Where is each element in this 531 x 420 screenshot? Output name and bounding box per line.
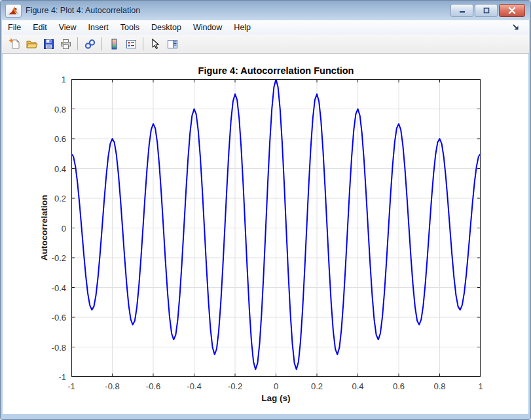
- link-plot-button[interactable]: [81, 36, 98, 52]
- print-figure-icon: [60, 38, 72, 50]
- x-tick-label: 0: [274, 381, 278, 391]
- matlab-icon[interactable]: [5, 4, 22, 18]
- plot-axes[interactable]: [71, 79, 481, 377]
- menu-item-window[interactable]: Window: [187, 21, 228, 35]
- toolbar-separator: [101, 37, 102, 50]
- x-tick-label: 0.2: [311, 381, 323, 391]
- menubar: FileEditViewInsertToolsDesktopWindowHelp: [2, 20, 529, 35]
- figure-canvas: Figure 4: Autocorrelation Function Autoc…: [3, 54, 528, 414]
- plot-title: Figure 4: Autocorrelation Function: [71, 65, 481, 76]
- y-tick-label: 0: [62, 223, 66, 233]
- x-tick-label: 0.8: [433, 381, 445, 391]
- open-file-button[interactable]: [23, 36, 40, 52]
- x-tick-label: 1: [478, 381, 483, 391]
- y-tick-label: -0.2: [52, 253, 66, 263]
- y-tick-label: 1: [62, 75, 66, 84]
- insert-legend-button[interactable]: [122, 36, 139, 52]
- x-axis-label: Lag (s): [71, 393, 481, 403]
- property-editor-icon: [166, 38, 179, 50]
- link-plot-icon: [84, 38, 96, 50]
- open-file-icon: [26, 38, 38, 50]
- x-tick-label: 0.4: [352, 381, 363, 391]
- y-tick-label: -0.8: [52, 342, 66, 352]
- toolbar-separator: [143, 37, 143, 50]
- x-tick-labels: -1-0.8-0.6-0.4-0.200.20.40.60.81: [71, 381, 481, 392]
- y-tick-label: -1: [58, 372, 66, 382]
- x-tick-label: 0.6: [393, 381, 405, 391]
- save-figure-icon: [43, 38, 55, 50]
- y-tick-label: 0.4: [54, 164, 66, 173]
- property-editor-button[interactable]: [164, 36, 181, 52]
- y-tick-label: -0.6: [52, 313, 66, 323]
- figure-window: Figure 4: Plot 4: Autocorrelation FileEd…: [0, 0, 531, 420]
- y-tick-label: 0.8: [54, 104, 66, 114]
- x-tick-label: -1: [67, 381, 75, 391]
- autocorrelation-plot[interactable]: [71, 79, 481, 377]
- y-tick-label: 0.6: [54, 134, 66, 144]
- save-figure-button[interactable]: [40, 36, 57, 52]
- edit-plot-button[interactable]: [147, 36, 164, 52]
- toolbar: [2, 35, 529, 54]
- menu-items: FileEditViewInsertToolsDesktopWindowHelp: [2, 21, 257, 35]
- print-figure-button[interactable]: [57, 36, 74, 52]
- close-button[interactable]: [499, 4, 525, 17]
- x-tick-label: -0.4: [187, 381, 201, 391]
- menu-item-tools[interactable]: Tools: [115, 21, 145, 35]
- restore-icon: [483, 7, 490, 14]
- x-tick-label: -0.6: [146, 381, 160, 391]
- menu-item-edit[interactable]: Edit: [27, 21, 53, 35]
- matlab-logo-icon: [9, 7, 18, 15]
- toolbar-separator: [77, 37, 78, 50]
- y-tick-labels: -1-0.8-0.6-0.4-0.200.20.40.60.81: [3, 79, 66, 377]
- new-figure-icon: [9, 38, 21, 50]
- window-title: Figure 4: Plot 4: Autocorrelation: [26, 1, 140, 20]
- menu-item-insert[interactable]: Insert: [82, 21, 115, 35]
- insert-colorbar-button[interactable]: [105, 36, 122, 52]
- insert-colorbar-icon: [108, 38, 120, 50]
- insert-legend-icon: [125, 38, 137, 50]
- dock-figure-icon[interactable]: [511, 23, 521, 32]
- menu-item-file[interactable]: File: [2, 21, 27, 35]
- window-controls: [450, 4, 525, 17]
- minimize-button[interactable]: [450, 4, 473, 17]
- x-tick-label: -0.8: [105, 381, 119, 391]
- x-tick-label: -0.2: [228, 381, 242, 391]
- y-tick-label: 0.2: [54, 194, 66, 203]
- y-tick-label: -0.4: [52, 283, 66, 292]
- dock-arrow-icon: [511, 23, 521, 32]
- menu-item-desktop[interactable]: Desktop: [145, 21, 187, 35]
- menu-item-view[interactable]: View: [53, 21, 82, 35]
- menu-item-help[interactable]: Help: [228, 21, 257, 35]
- minimize-icon: [458, 7, 466, 14]
- edit-plot-icon: [149, 38, 162, 50]
- restore-button[interactable]: [475, 4, 498, 17]
- new-figure-button[interactable]: [6, 36, 23, 52]
- titlebar[interactable]: Figure 4: Plot 4: Autocorrelation: [1, 1, 530, 20]
- close-icon: [508, 7, 516, 14]
